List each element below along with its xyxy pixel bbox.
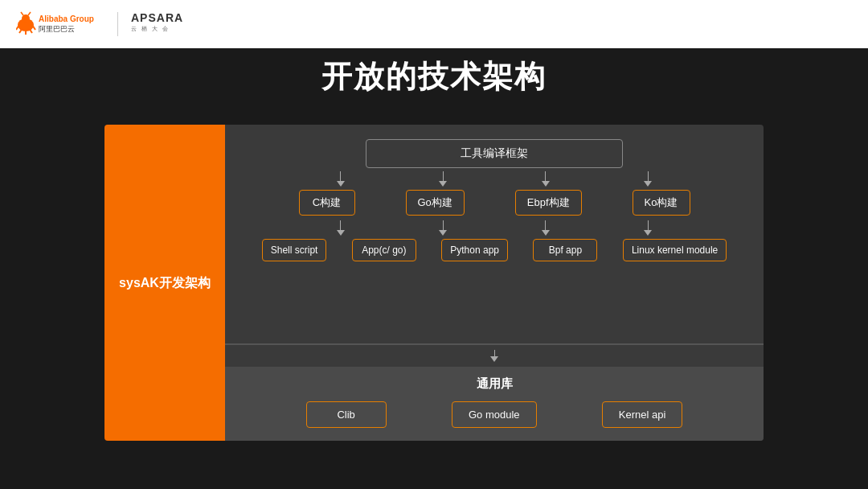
build-box-c: C构建 bbox=[299, 190, 355, 216]
svg-text:APSARA: APSARA bbox=[131, 11, 183, 24]
script-row: Shell script App(c/ go) Python app Bpf a… bbox=[241, 239, 747, 261]
build-boxes-row: C构建 Go构建 Ebpf构建 Ko构建 bbox=[241, 190, 747, 216]
library-box-gomodule-label: Go module bbox=[469, 409, 520, 421]
compile-framework-box: 工具编译框架 bbox=[366, 139, 623, 168]
top-section: 工具编译框架 bbox=[225, 125, 764, 345]
arrow-c bbox=[337, 171, 345, 187]
arrow-ko bbox=[644, 171, 652, 187]
arrow-to-library bbox=[490, 350, 498, 362]
script-box-bpf: Bpf app bbox=[533, 239, 597, 261]
compile-framework-label: 工具编译框架 bbox=[461, 146, 528, 159]
svg-text:云 栖 大 会: 云 栖 大 会 bbox=[131, 26, 170, 31]
apsara-logo-icon: APSARA 云 栖 大 会 bbox=[131, 9, 203, 39]
script-box-python-label: Python app bbox=[450, 244, 499, 256]
svg-line-8 bbox=[28, 12, 31, 15]
script-box-shell-label: Shell script bbox=[271, 244, 318, 256]
library-boxes-row: Clib Go module Kernel api bbox=[241, 401, 747, 428]
script-box-app: App(c/ go) bbox=[352, 239, 416, 261]
arrow-go bbox=[439, 171, 447, 187]
script-box-python: Python app bbox=[441, 239, 508, 261]
left-panel-label: sysAK开发架构 bbox=[119, 273, 211, 294]
right-panel: 工具编译框架 bbox=[225, 125, 764, 441]
library-box-clib: Clib bbox=[306, 401, 387, 428]
logo-area: Alibaba Group 阿里巴巴云 APSARA 云 栖 大 会 bbox=[16, 9, 203, 39]
build-box-ebpf-label: Ebpf构建 bbox=[527, 196, 570, 208]
arrows-from-build bbox=[241, 220, 747, 236]
arrow-build-ko bbox=[644, 220, 652, 236]
left-panel: sysAK开发架构 bbox=[104, 125, 225, 441]
library-box-clib-label: Clib bbox=[337, 409, 354, 421]
build-box-ko: Ko构建 bbox=[633, 190, 690, 216]
svg-text:阿里巴巴云: 阿里巴巴云 bbox=[39, 25, 75, 33]
library-title: 通用库 bbox=[241, 376, 747, 392]
arrow-ebpf bbox=[542, 171, 550, 187]
arrow-build-c bbox=[337, 220, 345, 236]
page-title: 开放的技术架构 bbox=[0, 56, 868, 97]
arrow-build-ebpf bbox=[542, 220, 550, 236]
bottom-section: 通用库 Clib Go module Kernel api bbox=[225, 367, 764, 441]
build-box-ebpf: Ebpf构建 bbox=[515, 190, 582, 216]
alibaba-logo-icon: Alibaba Group 阿里巴巴云 bbox=[16, 9, 104, 39]
build-box-c-label: C构建 bbox=[313, 196, 341, 208]
library-box-gomodule: Go module bbox=[452, 401, 537, 428]
logo-divider bbox=[117, 12, 118, 36]
svg-text:Alibaba Group: Alibaba Group bbox=[39, 14, 94, 23]
library-box-kernelapi: Kernel api bbox=[602, 401, 683, 428]
build-box-go-label: Go构建 bbox=[418, 196, 452, 208]
svg-line-7 bbox=[21, 12, 23, 15]
script-box-app-label: App(c/ go) bbox=[362, 244, 406, 256]
build-box-ko-label: Ko构建 bbox=[645, 196, 678, 208]
header: Alibaba Group 阿里巴巴云 APSARA 云 栖 大 会 bbox=[0, 0, 868, 48]
arrow-build-go bbox=[439, 220, 447, 236]
architecture-diagram: sysAK开发架构 工具编译框架 bbox=[104, 125, 764, 441]
library-box-kernelapi-label: Kernel api bbox=[619, 409, 666, 421]
section-arrow bbox=[225, 345, 764, 367]
script-box-linux-label: Linux kernel module bbox=[632, 244, 718, 256]
build-box-go: Go构建 bbox=[406, 190, 465, 216]
svg-point-1 bbox=[22, 14, 30, 23]
script-box-bpf-label: Bpf app bbox=[549, 244, 582, 256]
script-box-shell: Shell script bbox=[262, 239, 327, 261]
script-box-linux: Linux kernel module bbox=[623, 239, 727, 261]
arrows-from-compile bbox=[241, 171, 747, 187]
